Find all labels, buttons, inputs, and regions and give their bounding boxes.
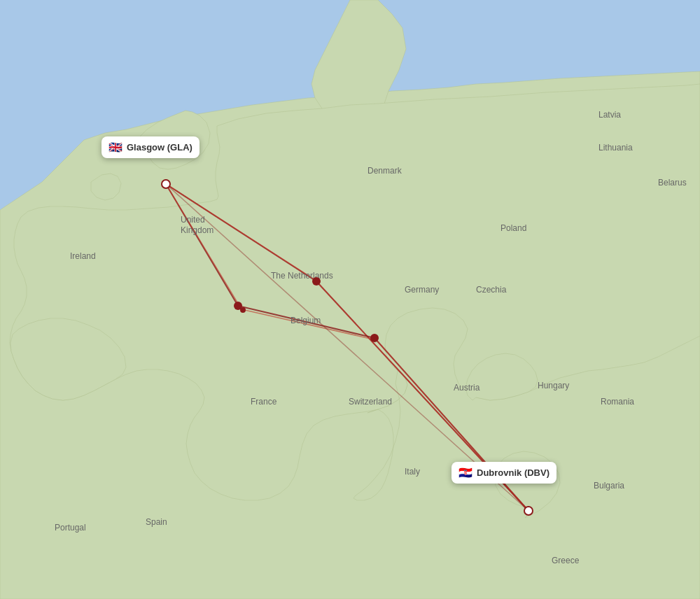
svg-text:Spain: Spain xyxy=(146,517,167,527)
svg-point-39 xyxy=(370,334,379,342)
croatia-flag-icon: 🇭🇷 xyxy=(458,466,472,479)
svg-text:Belarus: Belarus xyxy=(658,178,687,188)
svg-text:Austria: Austria xyxy=(454,383,480,393)
svg-text:United: United xyxy=(181,215,205,225)
svg-text:Latvia: Latvia xyxy=(598,110,621,120)
svg-point-35 xyxy=(524,507,533,515)
svg-text:Portugal: Portugal xyxy=(55,523,86,533)
svg-text:The Netherlands: The Netherlands xyxy=(271,271,333,281)
svg-text:Romania: Romania xyxy=(601,397,634,407)
svg-text:Kingdom: Kingdom xyxy=(181,225,214,235)
svg-point-34 xyxy=(162,180,170,188)
svg-text:Belgium: Belgium xyxy=(290,316,321,325)
glasgow-airport-name: Glasgow (GLA) xyxy=(127,142,192,153)
svg-text:Poland: Poland xyxy=(500,223,526,233)
svg-text:Hungary: Hungary xyxy=(538,381,569,390)
svg-text:Bulgaria: Bulgaria xyxy=(594,481,624,491)
svg-text:Ireland: Ireland xyxy=(70,251,96,261)
glasgow-airport-label: 🇬🇧 Glasgow (GLA) xyxy=(102,136,200,158)
svg-text:Italy: Italy xyxy=(405,467,420,477)
dubrovnik-airport-label: 🇭🇷 Dubrovnik (DBV) xyxy=(451,462,556,484)
svg-text:Czechia: Czechia xyxy=(476,285,507,295)
svg-text:Greece: Greece xyxy=(552,556,580,565)
svg-text:France: France xyxy=(251,397,277,407)
map-container: Ireland United Kingdom Denmark Latvia Li… xyxy=(0,0,700,599)
svg-text:Switzerland: Switzerland xyxy=(349,397,392,407)
svg-text:Lithuania: Lithuania xyxy=(598,143,633,153)
svg-point-36 xyxy=(312,277,321,286)
svg-text:Denmark: Denmark xyxy=(368,166,402,176)
svg-text:Germany: Germany xyxy=(405,285,439,295)
uk-flag-icon: 🇬🇧 xyxy=(108,141,122,154)
dubrovnik-airport-name: Dubrovnik (DBV) xyxy=(477,467,550,478)
map-svg: Ireland United Kingdom Denmark Latvia Li… xyxy=(0,0,700,599)
svg-point-38 xyxy=(240,307,246,313)
